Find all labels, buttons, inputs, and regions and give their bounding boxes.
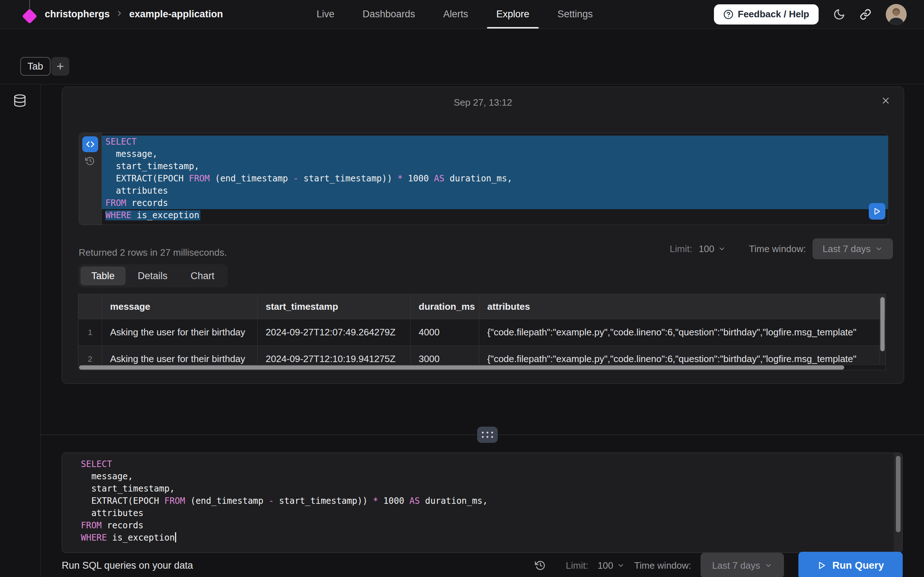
- limit-value: 100: [598, 560, 613, 571]
- logo-diamond-icon: [22, 8, 37, 23]
- nav-links: LiveDashboardsAlertsExploreSettings: [317, 0, 593, 29]
- editor-scrollbar-track: [894, 453, 902, 553]
- nav-link-live[interactable]: Live: [317, 0, 334, 29]
- column-header-duration_ms: duration_ms: [411, 294, 479, 319]
- query-tab[interactable]: Tab: [20, 57, 50, 76]
- editor-scrollbar[interactable]: [896, 456, 901, 532]
- add-tab-button[interactable]: [51, 57, 69, 76]
- nav-link-dashboards[interactable]: Dashboards: [362, 0, 415, 29]
- query-result-card: Sep 27, 13:12 SELECT message, start_time…: [62, 87, 904, 384]
- time-window-label: Time window:: [634, 560, 691, 571]
- view-tabs: TableDetailsChart: [78, 264, 228, 287]
- chevron-down-icon: [617, 561, 625, 569]
- feedback-help-button[interactable]: Feedback / Help: [714, 4, 819, 24]
- result-summary: Returned 2 rows in 27 milliseconds.: [79, 247, 227, 258]
- top-nav: christophergs example-application LiveDa…: [0, 0, 924, 29]
- table-horizontal-scrollbar-track: [78, 364, 885, 370]
- feedback-help-label: Feedback / Help: [738, 9, 809, 20]
- limit-dropdown[interactable]: 100: [598, 560, 625, 571]
- chevron-down-icon: [875, 245, 883, 253]
- close-icon: [881, 95, 891, 106]
- history-icon: [535, 560, 546, 571]
- query-timestamp: Sep 27, 13:12: [62, 97, 904, 108]
- play-icon: [873, 207, 881, 216]
- query-history-button[interactable]: [535, 560, 546, 571]
- results-table: messagestart_timestampduration_msattribu…: [78, 294, 886, 371]
- chevron-down-icon: [718, 245, 726, 253]
- nav-link-alerts[interactable]: Alerts: [443, 0, 468, 29]
- cell-attributes: {"code.filepath":"example.py","code.line…: [479, 319, 880, 345]
- time-window-dropdown[interactable]: Last 7 days: [701, 553, 784, 577]
- run-query-label: Run Query: [832, 560, 884, 571]
- executed-sql-block[interactable]: SELECT message, start_timestamp, EXTRACT…: [79, 133, 888, 225]
- row-number: 1: [78, 319, 102, 345]
- table-vertical-scrollbar[interactable]: [880, 297, 885, 351]
- view-tab-details[interactable]: Details: [127, 266, 179, 285]
- column-header-start_timestamp: start_timestamp: [258, 294, 411, 319]
- code-icon: [86, 140, 95, 149]
- bottom-bar: Run SQL queries on your data Limit: 100 …: [62, 553, 903, 577]
- schema-browser-button[interactable]: [13, 94, 27, 108]
- executed-sql-code[interactable]: SELECT message, start_timestamp, EXTRACT…: [102, 133, 888, 225]
- result-controls: Limit: 100 Time window: Last 7 days: [670, 239, 893, 259]
- nav-link-settings[interactable]: Settings: [558, 0, 593, 29]
- column-header-attributes: attributes: [479, 294, 880, 319]
- breadcrumb-chevron-icon: [115, 9, 123, 20]
- share-link-button[interactable]: [860, 9, 871, 20]
- header-divider: [0, 84, 924, 84]
- limit-label: Limit:: [670, 243, 692, 255]
- query-history-button[interactable]: [85, 156, 95, 166]
- view-tab-chart[interactable]: Chart: [180, 266, 225, 285]
- cell-duration-ms: 4000: [411, 319, 479, 345]
- left-rail: [0, 84, 41, 577]
- rerun-query-button[interactable]: [869, 203, 885, 220]
- cell-start-timestamp: 2024-09-27T12:10:19.941275Z: [258, 346, 411, 364]
- cell-start-timestamp: 2024-09-27T12:07:49.264279Z: [258, 319, 411, 345]
- time-window-value: Last 7 days: [712, 560, 760, 571]
- text-cursor: [175, 532, 176, 542]
- database-icon: [13, 94, 27, 108]
- cell-duration-ms: 3000: [411, 346, 479, 364]
- limit-dropdown[interactable]: 100: [699, 243, 726, 255]
- table-row[interactable]: 2Asking the user for their birthday2024-…: [78, 345, 885, 364]
- sql-block-gutter: [79, 133, 102, 225]
- help-circle-icon: [723, 10, 733, 19]
- plus-icon: [56, 62, 65, 71]
- pane-resize-handle[interactable]: [477, 427, 498, 443]
- cell-message: Asking the user for their birthday: [102, 346, 258, 364]
- breadcrumb: christophergs example-application: [45, 9, 223, 20]
- view-tab-table[interactable]: Table: [81, 266, 126, 285]
- nav-link-explore[interactable]: Explore: [496, 0, 530, 29]
- user-avatar[interactable]: [886, 4, 907, 25]
- breadcrumb-project[interactable]: example-application: [129, 9, 223, 20]
- table-horizontal-scrollbar[interactable]: [79, 365, 844, 370]
- drag-dots-icon: [482, 432, 493, 438]
- close-result-button[interactable]: [881, 95, 891, 106]
- moon-icon: [833, 8, 845, 21]
- time-window-value: Last 7 days: [822, 243, 871, 255]
- table-header-row: messagestart_timestampduration_msattribu…: [78, 294, 885, 319]
- breadcrumb-org[interactable]: christophergs: [45, 9, 110, 20]
- time-window-label: Time window:: [749, 243, 806, 255]
- limit-value: 100: [699, 243, 714, 255]
- editor-hint: Run SQL queries on your data: [62, 560, 193, 571]
- time-window-dropdown[interactable]: Last 7 days: [813, 239, 893, 259]
- theme-toggle-button[interactable]: [833, 8, 845, 21]
- chevron-down-icon: [764, 561, 772, 569]
- column-header-message: message: [102, 294, 258, 319]
- sql-editor[interactable]: SELECT message, start_timestamp, EXTRACT…: [62, 453, 903, 553]
- play-icon: [817, 561, 827, 570]
- table-row[interactable]: 1Asking the user for their birthday2024-…: [78, 319, 885, 345]
- link-icon: [860, 9, 871, 20]
- cell-message: Asking the user for their birthday: [102, 319, 258, 345]
- run-query-button[interactable]: Run Query: [798, 552, 903, 577]
- logo[interactable]: [24, 6, 36, 23]
- sql-editor-code[interactable]: SELECT message, start_timestamp, EXTRACT…: [62, 453, 902, 544]
- copy-sql-to-editor-button[interactable]: [82, 136, 98, 152]
- limit-label: Limit:: [566, 560, 588, 571]
- cell-attributes: {"code.filepath":"example.py","code.line…: [479, 346, 880, 364]
- row-number: 2: [78, 346, 102, 364]
- column-header-row-number: [78, 294, 102, 319]
- history-icon: [85, 156, 95, 166]
